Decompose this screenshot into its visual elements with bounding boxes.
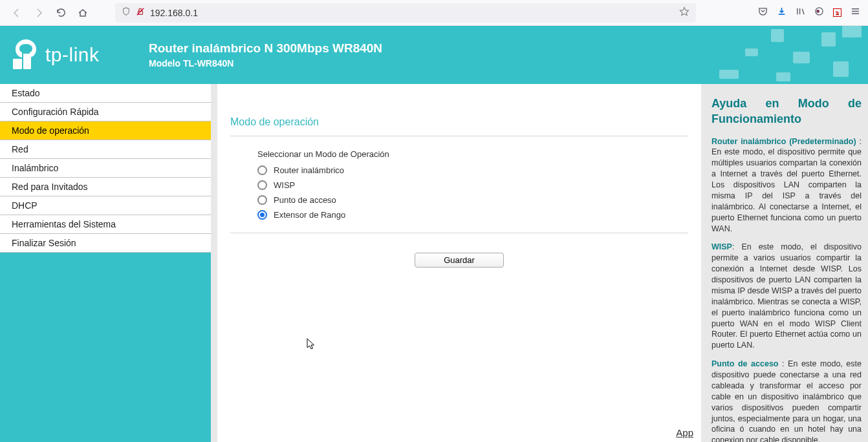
save-button[interactable]: Guardar (415, 253, 504, 268)
radio-label: Extensor de Rango (274, 210, 345, 220)
sidebar-item-estado[interactable]: Estado (0, 84, 211, 103)
app-header: tp-link Router inalámbrico N 300Mbps WR8… (0, 26, 868, 84)
extension-icon-1[interactable] (814, 6, 824, 19)
reload-button[interactable] (52, 4, 70, 22)
sidebar-nav: Estado Configuración Rápida Modo de oper… (0, 84, 211, 442)
sidebar-item-red[interactable]: Red (0, 140, 211, 159)
sidebar-item-finalizar[interactable]: Finalizar Sesión (0, 234, 211, 253)
radio-label: Punto de acceso (274, 195, 336, 205)
menu-icon[interactable] (851, 6, 860, 19)
radio-icon (257, 165, 267, 175)
radio-icon (257, 210, 267, 220)
tplink-logo-icon (13, 39, 39, 70)
help-section-router: Router inalámbrico (Predeterminado) : En… (711, 136, 862, 235)
pocket-icon[interactable] (758, 6, 768, 19)
url-bar[interactable]: 192.168.0.1 (115, 3, 696, 23)
forward-button[interactable] (30, 4, 48, 22)
insecure-lock-icon (136, 7, 145, 18)
svg-rect-10 (13, 59, 22, 69)
mouse-cursor (307, 338, 317, 351)
panel: Modo de operación Seleccionar un Modo de… (217, 84, 701, 442)
sidebar-item-modo-operacion[interactable]: Modo de operación (0, 121, 211, 140)
panel-heading: Modo de operación (230, 103, 688, 136)
shield-icon (122, 7, 131, 18)
bookmark-star-icon[interactable] (679, 6, 689, 19)
radio-extensor-rango[interactable]: Extensor de Rango (257, 210, 688, 220)
radio-icon (257, 180, 267, 190)
sidebar-item-config-rapida[interactable]: Configuración Rápida (0, 103, 211, 121)
svg-line-4 (802, 9, 804, 14)
home-button[interactable] (74, 4, 92, 22)
library-icon[interactable] (796, 6, 805, 19)
radio-label: Router inalámbrico (274, 165, 344, 175)
page-title: Router inalámbrico N 300Mbps WR840N (149, 41, 382, 56)
extension-icon-2[interactable]: בּ (833, 8, 841, 17)
radio-router-inalambrico[interactable]: Router inalámbrico (257, 165, 688, 175)
model-subtitle: Modelo TL-WR840N (149, 58, 382, 68)
browser-toolbar: 192.168.0.1 בּ (0, 0, 868, 26)
brand-logo: tp-link (13, 39, 149, 70)
help-section-ap: Punto de acceso : En este modo, este dis… (711, 359, 862, 442)
sidebar-item-dhcp[interactable]: DHCP (0, 196, 211, 215)
radio-icon (257, 195, 267, 205)
app-link[interactable]: App (676, 427, 693, 438)
back-button[interactable] (8, 4, 26, 22)
radio-wisp[interactable]: WISP (257, 180, 688, 190)
help-panel: Ayuda en Modo de Funcionamiento Router i… (708, 84, 868, 442)
sidebar-item-red-invitados[interactable]: Red para Invitados (0, 178, 211, 196)
sidebar-item-herramientas[interactable]: Herramientas del Sistema (0, 215, 211, 234)
url-text: 192.168.0.1 (150, 8, 198, 18)
radio-punto-acceso[interactable]: Punto de acceso (257, 195, 688, 205)
radio-label: WISP (274, 180, 295, 190)
help-section-wisp: WISP: En este modo, el dispositivo permi… (711, 242, 862, 351)
operation-mode-group: Seleccionar un Modo de Operación Router … (230, 149, 688, 220)
group-label: Seleccionar un Modo de Operación (257, 149, 688, 159)
help-title: Ayuda en Modo de Funcionamiento (711, 96, 862, 127)
browser-right-icons: בּ (758, 6, 860, 19)
sidebar-item-inalambrico[interactable]: Inalámbrico (0, 159, 211, 178)
svg-rect-11 (23, 54, 31, 69)
brand-text: tp-link (45, 44, 100, 66)
svg-point-6 (817, 10, 819, 13)
download-icon[interactable] (777, 6, 787, 19)
main-area: Modo de operación Seleccionar un Modo de… (211, 84, 708, 442)
